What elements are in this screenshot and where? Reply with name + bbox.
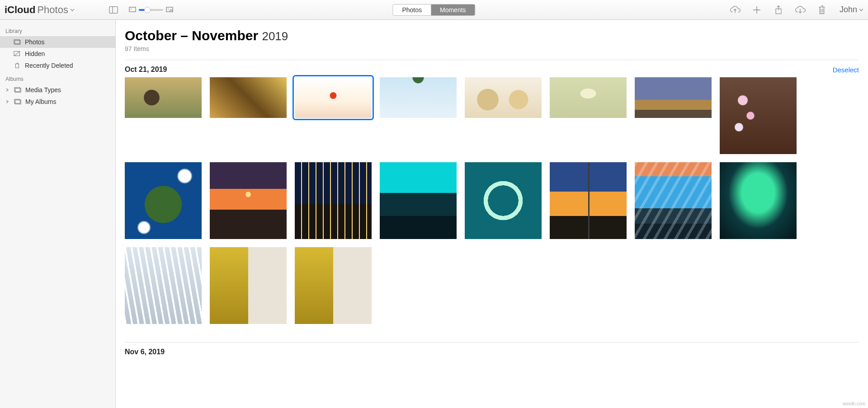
brand-menu[interactable]: iCloud Photos xyxy=(5,4,75,16)
toolbar: iCloud Photos Photos Moments John xyxy=(0,0,868,20)
svg-line-10 xyxy=(14,52,20,56)
zoom-in-icon[interactable] xyxy=(166,6,173,14)
sidebar-item-label: Hidden xyxy=(25,50,45,57)
photo-thumbnail[interactable] xyxy=(550,77,627,118)
sidebar-item-label: Media Types xyxy=(25,86,61,94)
photo-thumbnail[interactable] xyxy=(465,77,542,118)
user-name-label: John xyxy=(840,5,857,14)
folder-icon xyxy=(14,87,21,93)
view-segmented-control: Photos Moments xyxy=(392,4,475,16)
photo-thumbnail[interactable] xyxy=(210,247,287,324)
item-count: 97 Items xyxy=(125,43,859,52)
sidebar-item-label: Photos xyxy=(25,38,45,46)
photo-thumbnail[interactable] xyxy=(380,77,457,118)
trash-icon xyxy=(14,62,21,69)
sidebar-heading-albums: Albums xyxy=(0,71,115,84)
zoom-out-icon[interactable] xyxy=(129,6,136,14)
sidebar-item-label: My Albums xyxy=(25,98,56,105)
tab-photos[interactable]: Photos xyxy=(393,5,431,15)
photo-thumbnail[interactable] xyxy=(125,247,202,324)
photos-icon xyxy=(14,39,21,45)
sidebar-item-recently-deleted[interactable]: Recently Deleted xyxy=(0,60,115,71)
tab-moments[interactable]: Moments xyxy=(431,5,475,15)
photo-thumbnail[interactable] xyxy=(720,77,797,154)
photo-thumbnail[interactable] xyxy=(465,162,542,239)
section-header: Nov 6, 2019 xyxy=(116,342,868,360)
zoom-control xyxy=(129,6,173,14)
section-date: Nov 6, 2019 xyxy=(125,348,165,356)
sidebar-item-my-albums[interactable]: My Albums xyxy=(0,96,115,108)
photo-thumbnail[interactable] xyxy=(125,77,202,118)
download-from-cloud-button[interactable] xyxy=(792,2,809,18)
photo-grid xyxy=(116,77,868,338)
deselect-button[interactable]: Deselect xyxy=(833,66,859,74)
photo-thumbnail-selected[interactable] xyxy=(295,77,372,118)
photo-thumbnail[interactable] xyxy=(125,162,202,239)
svg-point-3 xyxy=(131,9,132,9)
photo-thumbnail[interactable] xyxy=(210,162,287,239)
sidebar-heading-library: Library xyxy=(0,23,115,36)
sidebar-item-hidden[interactable]: Hidden xyxy=(0,48,115,60)
sidebar-item-label: Recently Deleted xyxy=(25,62,73,69)
zoom-slider[interactable] xyxy=(139,9,163,11)
brand-name-2: Photos xyxy=(37,4,68,16)
attribution-label: wsxdn.com xyxy=(843,401,865,406)
disclosure-right-icon[interactable] xyxy=(5,100,10,103)
photo-thumbnail[interactable] xyxy=(635,162,712,239)
delete-button[interactable] xyxy=(813,2,830,18)
chevron-down-icon xyxy=(859,5,863,14)
sidebar-item-photos[interactable]: Photos xyxy=(0,36,115,48)
photo-thumbnail[interactable] xyxy=(550,162,627,239)
folder-icon xyxy=(14,98,21,105)
disclosure-right-icon[interactable] xyxy=(5,88,10,92)
brand-name-1: iCloud xyxy=(5,4,35,16)
main-content: October – November 2019 97 Items Oct 21,… xyxy=(116,20,868,408)
hidden-icon xyxy=(14,51,21,57)
photo-thumbnail[interactable] xyxy=(720,162,797,239)
add-button[interactable] xyxy=(748,2,765,18)
upload-to-cloud-button[interactable] xyxy=(726,2,744,18)
photo-thumbnail[interactable] xyxy=(295,247,372,324)
svg-rect-0 xyxy=(109,6,118,13)
photo-thumbnail[interactable] xyxy=(210,77,287,118)
sidebar: Library Photos Hidden Recently Deleted A… xyxy=(0,20,116,408)
section-date: Oct 21, 2019 xyxy=(125,66,167,74)
user-menu[interactable]: John xyxy=(835,5,863,14)
svg-point-5 xyxy=(168,9,169,9)
sidebar-item-media-types[interactable]: Media Types xyxy=(0,84,115,96)
chevron-down-icon xyxy=(70,8,75,12)
photo-thumbnail[interactable] xyxy=(380,162,457,239)
share-button[interactable] xyxy=(770,2,787,18)
photo-thumbnail[interactable] xyxy=(635,77,712,118)
sidebar-toggle-button[interactable] xyxy=(106,3,121,17)
section-header: Oct 21, 2019 Deselect xyxy=(116,60,868,77)
page-title: October – November 2019 xyxy=(125,28,288,43)
svg-rect-2 xyxy=(129,7,136,12)
photo-thumbnail[interactable] xyxy=(295,162,372,239)
